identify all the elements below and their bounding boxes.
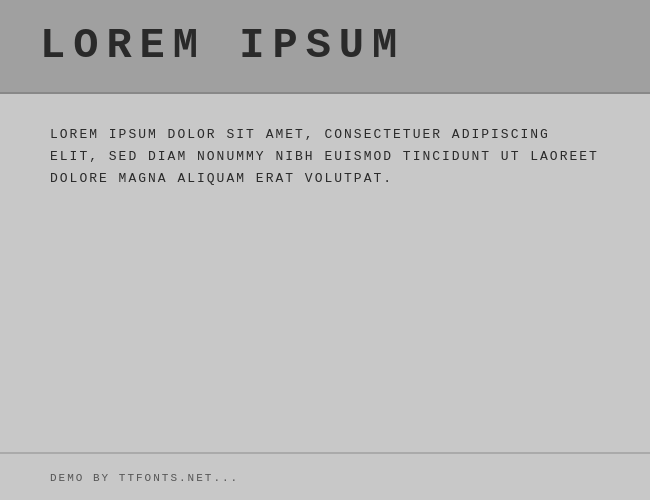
main-content: Lorem ipsum dolor sit amet, consectetuer… xyxy=(0,94,650,220)
footer: demo by ttfonts.net... xyxy=(0,452,650,500)
header-title: Lorem ipsum xyxy=(40,22,405,70)
header: Lorem ipsum xyxy=(0,0,650,94)
body-text: Lorem ipsum dolor sit amet, consectetuer… xyxy=(50,124,600,190)
footer-text: demo by ttfonts.net... xyxy=(50,472,239,484)
